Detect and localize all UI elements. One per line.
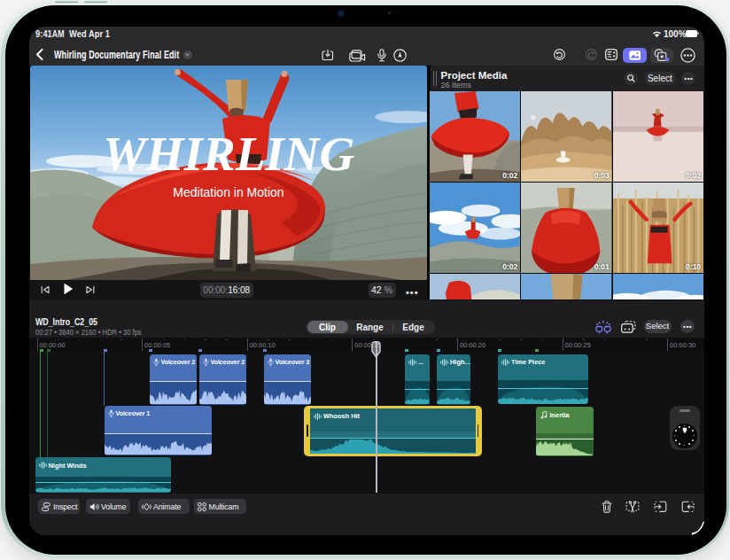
svg-text:WHIRLING: WHIRLING [102,127,353,181]
svg-text:Meditation in Motion: Meditation in Motion [173,185,283,199]
